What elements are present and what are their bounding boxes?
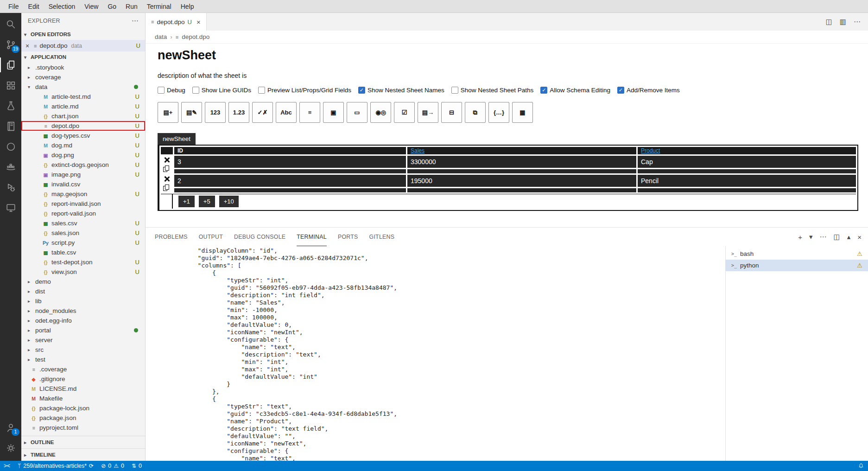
delete-row-button[interactable] bbox=[163, 175, 171, 183]
add-float-column-button[interactable]: 1.23 bbox=[228, 102, 249, 123]
tree-item[interactable]: M Makefile bbox=[21, 394, 145, 403]
close-panel-icon[interactable]: × bbox=[857, 233, 862, 241]
cell-id[interactable]: 3 bbox=[174, 156, 406, 168]
tree-item[interactable]: ▦ dog-types.csv U bbox=[21, 131, 145, 140]
settings-gear-icon[interactable] bbox=[0, 438, 21, 458]
accounts-icon[interactable]: 1 bbox=[0, 417, 21, 438]
tree-item[interactable]: {} sales.json U bbox=[21, 228, 145, 238]
extensions-icon[interactable] bbox=[0, 75, 21, 95]
outline-header[interactable]: ▸ OUTLINE bbox=[21, 436, 145, 448]
duplicate-row-button[interactable] bbox=[163, 184, 171, 191]
close-tab-icon[interactable]: × bbox=[196, 18, 201, 26]
sheet-option-checkbox[interactable]: ✓ Show Nested Sheet Paths bbox=[451, 87, 534, 94]
add-sheet-button[interactable]: ▤+ bbox=[158, 102, 178, 123]
open-editor-item[interactable]: × ≡ depot.dpo data U bbox=[21, 40, 145, 51]
termin al-instance[interactable]: >_ bash ⚠ bbox=[726, 248, 868, 260]
search-icon[interactable] bbox=[0, 14, 21, 34]
add-list-column-button[interactable]: ≡ bbox=[299, 102, 320, 123]
split-editor-icon[interactable]: ◫ bbox=[826, 18, 832, 26]
panel-tab[interactable]: PROBLEMS bbox=[155, 228, 188, 246]
sheet-option-checkbox[interactable]: ✓ Debug bbox=[158, 87, 185, 94]
add-enum-column-button[interactable]: ◉◎ bbox=[370, 102, 391, 123]
sheet-option-checkbox[interactable]: ✓ Allow Schema Editing bbox=[540, 87, 610, 94]
json-view-button[interactable]: {…} bbox=[488, 102, 509, 123]
add-int-column-button[interactable]: 123 bbox=[205, 102, 226, 123]
tree-item[interactable]: ▸ lib bbox=[21, 296, 145, 306]
branch-status[interactable]: ᛘ 259/alternatives-articles* ⟳ bbox=[14, 461, 97, 471]
sheet-option-checkbox[interactable]: ✓ Show Nested Sheet Names bbox=[358, 87, 444, 94]
tree-item[interactable]: {} package.json bbox=[21, 413, 145, 423]
termin al-instance[interactable]: >_ python ⚠ bbox=[726, 260, 868, 271]
tree-item[interactable]: ▸ portal bbox=[21, 325, 145, 335]
testing-icon[interactable] bbox=[0, 95, 21, 116]
tree-item[interactable]: ▸ test bbox=[21, 355, 145, 364]
print-button[interactable]: ⊟ bbox=[441, 102, 462, 123]
layout-icon[interactable]: ▥ bbox=[840, 18, 846, 26]
menu-item[interactable]: View bbox=[80, 1, 103, 12]
tree-item[interactable]: {} report-valid.json bbox=[21, 209, 145, 218]
grid-view-button[interactable]: ▦ bbox=[512, 102, 533, 123]
remote-explorer-icon[interactable] bbox=[0, 197, 21, 218]
maximize-panel-icon[interactable]: ▴ bbox=[847, 233, 851, 241]
close-editor-icon[interactable]: × bbox=[25, 42, 33, 50]
sheet-description[interactable]: description of what the sheet is bbox=[158, 72, 868, 79]
tree-item[interactable]: {} chart.json U bbox=[21, 111, 145, 121]
split-terminal-icon[interactable]: ◫ bbox=[834, 233, 840, 241]
sheet-option-checkbox[interactable]: ✓ Preview List/Props/Grid Fields bbox=[258, 87, 351, 94]
panel-tab[interactable]: GITLENS bbox=[369, 228, 395, 246]
add-multicheck-column-button[interactable]: ☑ bbox=[394, 102, 415, 123]
tree-item[interactable]: ▦ invalid.csv bbox=[21, 179, 145, 189]
tree-item[interactable]: ≡ pyproject.toml bbox=[21, 423, 145, 433]
menu-item[interactable]: Terminal bbox=[142, 1, 176, 12]
panel-tab[interactable]: TERMINAL bbox=[297, 228, 327, 246]
menu-item[interactable]: Run bbox=[121, 1, 142, 12]
terminal-dropdown-icon[interactable]: ▾ bbox=[809, 233, 813, 241]
add-rows-button[interactable]: +1 bbox=[178, 196, 195, 207]
breadcrumb-folder[interactable]: data bbox=[155, 33, 167, 40]
panel-tab[interactable]: OUTPUT bbox=[199, 228, 223, 246]
tab-depot-dpo[interactable]: ≡ depot.dpo U × bbox=[146, 13, 207, 31]
more-actions-icon[interactable]: ⋯ bbox=[854, 18, 861, 26]
add-text-column-button[interactable]: Abc bbox=[276, 102, 297, 123]
tree-item[interactable]: M LICENSE.md bbox=[21, 384, 145, 394]
tree-item[interactable]: ▸ odet.egg-info bbox=[21, 316, 145, 325]
tree-item[interactable]: ▸ node_modules bbox=[21, 306, 145, 316]
add-rows-button[interactable]: +10 bbox=[219, 196, 239, 207]
delete-row-button[interactable] bbox=[163, 156, 171, 164]
run-debug-icon[interactable] bbox=[0, 177, 21, 197]
notebook-icon[interactable] bbox=[0, 116, 21, 136]
tree-item[interactable]: ≡ .coverage bbox=[21, 364, 145, 374]
add-file-column-button[interactable]: ▭ bbox=[347, 102, 367, 123]
remote-indicator[interactable]: >< bbox=[0, 461, 14, 471]
ports-status[interactable]: ⇅ 0 bbox=[128, 461, 146, 471]
cell-sales[interactable]: 3300000 bbox=[407, 156, 636, 168]
cell-sales[interactable]: 195000 bbox=[407, 175, 636, 187]
tree-item[interactable]: Py script.py U bbox=[21, 238, 145, 248]
panel-tab[interactable]: DEBUG CONSOLE bbox=[234, 228, 285, 246]
cell-id[interactable]: 2 bbox=[174, 175, 406, 187]
open-editors-header[interactable]: ▾ OPEN EDITORS bbox=[21, 29, 145, 40]
menu-item[interactable]: Selection bbox=[44, 1, 80, 12]
panel-tab[interactable]: PORTS bbox=[338, 228, 358, 246]
terminal-output[interactable]: "displayColumn": "id", "guid": "18249ae4… bbox=[146, 246, 725, 461]
tree-item[interactable]: ▸ src bbox=[21, 345, 145, 355]
tree-item[interactable]: ▣ dog.png U bbox=[21, 150, 145, 160]
tree-item[interactable]: ◆ .gitignore bbox=[21, 374, 145, 384]
tree-item[interactable]: {} package-lock.json bbox=[21, 403, 145, 413]
tree-item[interactable]: {} test-depot.json U bbox=[21, 257, 145, 267]
tree-item[interactable]: ▣ image.png U bbox=[21, 170, 145, 179]
cell-product[interactable]: Pencil bbox=[638, 175, 856, 187]
tree-item[interactable]: ▸ coverage bbox=[21, 72, 145, 82]
source-control-icon[interactable]: 19 bbox=[0, 34, 21, 55]
tree-item[interactable]: M article-test.md U bbox=[21, 92, 145, 102]
add-form-column-button[interactable]: ▤→ bbox=[418, 102, 438, 123]
cell-product[interactable]: Cap bbox=[638, 156, 856, 168]
column-header-product[interactable]: Product bbox=[638, 147, 856, 154]
menu-item[interactable]: Edit bbox=[24, 1, 44, 12]
add-bool-column-button[interactable]: ✓✗ bbox=[252, 102, 273, 123]
menu-item[interactable]: File bbox=[4, 1, 24, 12]
tree-item[interactable]: {} extinct-dogs.geojson U bbox=[21, 160, 145, 170]
sheet-title[interactable]: newSheet bbox=[158, 48, 868, 63]
workspace-header[interactable]: ▾ APPLICATION bbox=[21, 51, 145, 63]
menu-item[interactable]: Go bbox=[103, 1, 121, 12]
